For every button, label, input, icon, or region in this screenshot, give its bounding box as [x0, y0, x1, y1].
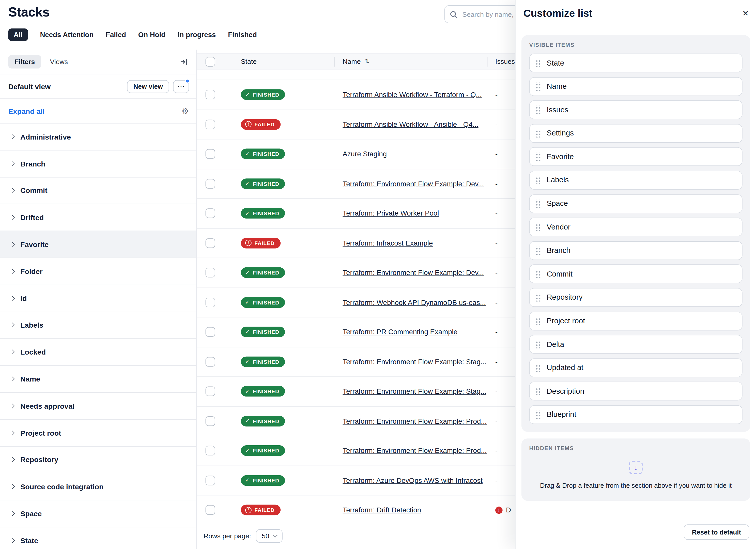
row-checkbox[interactable]: [206, 446, 215, 455]
stack-name-link[interactable]: Terraform: Azure DevOps AWS with Infraco…: [343, 477, 483, 484]
row-checkbox[interactable]: [206, 179, 215, 189]
drag-handle-icon[interactable]: [535, 317, 541, 325]
row-checkbox[interactable]: [206, 208, 215, 218]
select-all-checkbox[interactable]: [206, 57, 215, 67]
visible-item-labels[interactable]: Labels: [529, 171, 743, 190]
drag-handle-icon[interactable]: [535, 387, 541, 395]
visible-item-vendor[interactable]: Vendor: [529, 218, 743, 236]
row-checkbox[interactable]: [206, 298, 215, 307]
stack-name-link[interactable]: Terraform: Infracost Example: [343, 239, 433, 247]
filter-group-drifted[interactable]: Drifted: [0, 204, 196, 231]
visible-item-state[interactable]: State: [529, 54, 743, 72]
visible-item-delta[interactable]: Delta: [529, 335, 743, 354]
visible-item-label: Updated at: [547, 363, 583, 372]
rows-per-page-select[interactable]: 50: [256, 529, 282, 542]
drag-handle-icon[interactable]: [535, 293, 541, 301]
drag-handle-icon[interactable]: [535, 176, 541, 184]
stack-name-link[interactable]: Terraform: Environment Flow Example: Sta…: [343, 358, 486, 365]
visible-item-branch[interactable]: Branch: [529, 241, 743, 260]
filter-group-labels[interactable]: Labels: [0, 312, 196, 339]
stack-name-link[interactable]: Terraform: Environment Flow Example: Pro…: [343, 417, 487, 425]
filter-group-administrative[interactable]: Administrative: [0, 124, 196, 150]
drag-handle-icon[interactable]: [535, 364, 541, 372]
filter-group-id[interactable]: Id: [0, 285, 196, 312]
drag-handle-icon[interactable]: [535, 200, 541, 208]
drag-handle-icon[interactable]: [535, 59, 541, 67]
drag-handle-icon[interactable]: [535, 129, 541, 137]
row-checkbox[interactable]: [206, 90, 215, 100]
row-checkbox[interactable]: [206, 119, 215, 129]
visible-item-updated-at[interactable]: Updated at: [529, 358, 743, 377]
visible-item-blueprint[interactable]: Blueprint: [529, 405, 743, 424]
stack-name-link[interactable]: Terraform: Private Worker Pool: [343, 209, 439, 217]
drag-handle-icon[interactable]: [535, 153, 541, 161]
visible-item-favorite[interactable]: Favorite: [529, 147, 743, 166]
row-checkbox[interactable]: [206, 327, 215, 337]
drag-handle-icon[interactable]: [535, 82, 541, 90]
filter-group-label: Id: [20, 294, 27, 302]
stack-name-link[interactable]: Terraform: Environment Flow Example: Dev…: [343, 180, 484, 188]
row-checkbox[interactable]: [206, 238, 215, 248]
tab-in-progress[interactable]: In progress: [178, 31, 216, 38]
stack-name-link[interactable]: Terraform: Environment Flow Example: Dev…: [343, 269, 484, 277]
filter-group-repository[interactable]: Repository: [0, 447, 196, 474]
stack-name-link[interactable]: Terraform: PR Commenting Example: [343, 328, 457, 336]
stack-name-link[interactable]: Terraform: Webhook API DynamoDB us-eas..…: [343, 298, 486, 306]
expand-all-link[interactable]: Expand all: [8, 107, 44, 115]
filter-group-name[interactable]: Name: [0, 366, 196, 393]
stack-name-link[interactable]: Terraform Ansible Workflow - Terraform -…: [343, 91, 482, 98]
visible-item-repository[interactable]: Repository: [529, 288, 743, 307]
row-checkbox[interactable]: [206, 268, 215, 278]
visible-item-space[interactable]: Space: [529, 194, 743, 213]
filter-group-favorite[interactable]: Favorite: [0, 231, 196, 258]
filters-tab[interactable]: Filters: [8, 55, 41, 68]
column-header-name[interactable]: Name ⇅: [343, 57, 369, 65]
new-view-button[interactable]: New view: [127, 80, 169, 93]
drag-handle-icon[interactable]: [535, 246, 541, 254]
status-tab-bar: All Needs Attention Failed On Hold In pr…: [8, 28, 257, 41]
visible-item-commit[interactable]: Commit: [529, 265, 743, 283]
filter-group-commit[interactable]: Commit: [0, 177, 196, 204]
stack-name-link[interactable]: Terraform Ansible Workflow - Ansible - Q…: [343, 120, 478, 128]
visible-item-settings[interactable]: Settings: [529, 124, 743, 143]
filter-group-source-code-integration[interactable]: Source code integration: [0, 474, 196, 500]
filter-group-branch[interactable]: Branch: [0, 150, 196, 177]
row-checkbox[interactable]: [206, 149, 215, 159]
filter-group-needs-approval[interactable]: Needs approval: [0, 393, 196, 420]
reset-to-default-button[interactable]: Reset to default: [684, 524, 749, 540]
filter-group-folder[interactable]: Folder: [0, 258, 196, 285]
drag-handle-icon[interactable]: [535, 410, 541, 419]
row-checkbox[interactable]: [206, 387, 215, 396]
view-more-button[interactable]: ⋯: [173, 80, 189, 93]
tab-failed[interactable]: Failed: [106, 31, 126, 38]
row-checkbox[interactable]: [206, 357, 215, 367]
visible-item-project-root[interactable]: Project root: [529, 311, 743, 330]
drag-handle-icon[interactable]: [535, 270, 541, 278]
row-checkbox[interactable]: [206, 476, 215, 485]
stack-name-link[interactable]: Terraform: Environment Flow Example: Pro…: [343, 447, 487, 454]
tab-all[interactable]: All: [8, 28, 28, 41]
gear-icon[interactable]: ⚙: [182, 106, 189, 116]
filter-group-state[interactable]: State: [0, 527, 196, 549]
tab-needs-attention[interactable]: Needs Attention: [40, 31, 94, 38]
drag-handle-icon[interactable]: [535, 223, 541, 231]
filter-group-locked[interactable]: Locked: [0, 339, 196, 366]
visible-item-issues[interactable]: Issues: [529, 100, 743, 119]
drag-handle-icon[interactable]: [535, 106, 541, 114]
tab-finished[interactable]: Finished: [228, 31, 257, 38]
close-icon[interactable]: ✕: [742, 9, 749, 18]
views-tab[interactable]: Views: [50, 58, 68, 66]
stack-name-link[interactable]: Azure Staging: [343, 150, 387, 158]
drop-zone[interactable]: ↓: [529, 461, 743, 474]
filter-group-project-root[interactable]: Project root: [0, 420, 196, 447]
collapse-sidebar-icon[interactable]: [179, 57, 189, 67]
filter-group-space[interactable]: Space: [0, 500, 196, 527]
visible-item-description[interactable]: Description: [529, 382, 743, 401]
stack-name-link[interactable]: Terraform: Environment Flow Example: Sta…: [343, 388, 486, 395]
drag-handle-icon[interactable]: [535, 340, 541, 348]
visible-item-name[interactable]: Name: [529, 77, 743, 96]
stack-name-link[interactable]: Terraform: Drift Detection: [343, 506, 421, 514]
tab-on-hold[interactable]: On Hold: [138, 31, 166, 38]
row-checkbox[interactable]: [206, 505, 215, 515]
row-checkbox[interactable]: [206, 416, 215, 426]
